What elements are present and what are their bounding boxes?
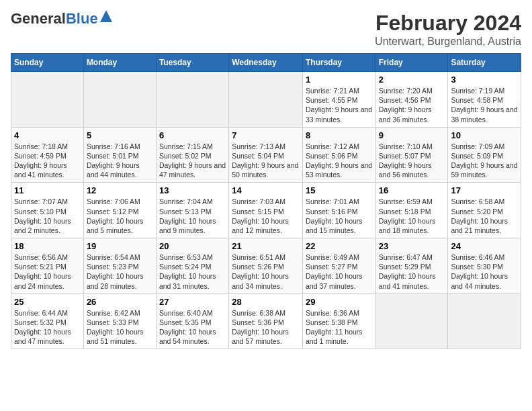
calendar-cell (11, 72, 84, 128)
day-info: Sunrise: 6:59 AM Sunset: 5:18 PM Dayligh… (379, 197, 445, 235)
day-number: 9 (379, 130, 445, 140)
day-number: 15 (306, 185, 373, 195)
day-info: Sunrise: 7:16 AM Sunset: 5:01 PM Dayligh… (87, 142, 153, 180)
day-number: 22 (306, 241, 373, 251)
day-info: Sunrise: 7:03 AM Sunset: 5:15 PM Dayligh… (232, 197, 300, 235)
header-monday: Monday (83, 54, 156, 72)
calendar-cell: 4Sunrise: 7:18 AM Sunset: 4:59 PM Daylig… (11, 127, 84, 183)
day-info: Sunrise: 6:51 AM Sunset: 5:26 PM Dayligh… (232, 253, 300, 291)
calendar-week-row: 4Sunrise: 7:18 AM Sunset: 4:59 PM Daylig… (11, 127, 521, 183)
day-number: 23 (379, 241, 445, 251)
header-saturday: Saturday (448, 54, 521, 72)
calendar-cell: 7Sunrise: 7:13 AM Sunset: 5:04 PM Daylig… (229, 127, 303, 183)
page-header: GeneralBlue February 2024 Unterwart, Bur… (11, 11, 521, 48)
day-info: Sunrise: 7:13 AM Sunset: 5:04 PM Dayligh… (232, 142, 300, 180)
day-info: Sunrise: 6:58 AM Sunset: 5:20 PM Dayligh… (451, 197, 518, 235)
calendar-cell: 8Sunrise: 7:12 AM Sunset: 5:06 PM Daylig… (302, 127, 375, 183)
day-number: 24 (451, 241, 518, 251)
calendar-cell: 19Sunrise: 6:54 AM Sunset: 5:23 PM Dayli… (83, 238, 156, 294)
calendar-cell: 15Sunrise: 7:01 AM Sunset: 5:16 PM Dayli… (302, 183, 375, 238)
day-number: 26 (87, 297, 153, 307)
calendar-cell: 3Sunrise: 7:19 AM Sunset: 4:58 PM Daylig… (448, 72, 521, 128)
header-wednesday: Wednesday (229, 54, 303, 72)
day-info: Sunrise: 6:40 AM Sunset: 5:35 PM Dayligh… (159, 308, 226, 347)
calendar-cell: 11Sunrise: 7:07 AM Sunset: 5:10 PM Dayli… (11, 183, 84, 238)
day-info: Sunrise: 7:10 AM Sunset: 5:07 PM Dayligh… (379, 142, 445, 180)
day-number: 4 (14, 130, 81, 140)
day-info: Sunrise: 6:54 AM Sunset: 5:23 PM Dayligh… (87, 253, 153, 291)
calendar-cell: 16Sunrise: 6:59 AM Sunset: 5:18 PM Dayli… (375, 183, 448, 238)
day-number: 25 (14, 297, 81, 307)
calendar-cell (448, 293, 521, 349)
calendar-cell: 25Sunrise: 6:44 AM Sunset: 5:32 PM Dayli… (11, 293, 84, 349)
calendar-table: SundayMondayTuesdayWednesdayThursdayFrid… (11, 53, 521, 349)
day-info: Sunrise: 7:15 AM Sunset: 5:02 PM Dayligh… (159, 142, 226, 180)
title-area: February 2024 Unterwart, Burgenland, Aus… (375, 11, 521, 48)
calendar-cell: 2Sunrise: 7:20 AM Sunset: 4:56 PM Daylig… (375, 72, 448, 128)
day-number: 19 (87, 241, 153, 251)
calendar-cell: 6Sunrise: 7:15 AM Sunset: 5:02 PM Daylig… (156, 127, 228, 183)
calendar-cell: 18Sunrise: 6:56 AM Sunset: 5:21 PM Dayli… (11, 238, 84, 294)
calendar-week-row: 11Sunrise: 7:07 AM Sunset: 5:10 PM Dayli… (11, 183, 521, 238)
day-info: Sunrise: 7:04 AM Sunset: 5:13 PM Dayligh… (159, 197, 226, 235)
header-thursday: Thursday (302, 54, 375, 72)
header-friday: Friday (375, 54, 448, 72)
day-number: 27 (159, 297, 226, 307)
header-tuesday: Tuesday (156, 54, 228, 72)
day-number: 20 (159, 241, 226, 251)
day-number: 16 (379, 185, 445, 195)
calendar-cell: 23Sunrise: 6:47 AM Sunset: 5:29 PM Dayli… (375, 238, 448, 294)
day-info: Sunrise: 6:53 AM Sunset: 5:24 PM Dayligh… (159, 253, 226, 291)
logo-arrow-icon (100, 10, 112, 22)
day-info: Sunrise: 6:38 AM Sunset: 5:36 PM Dayligh… (232, 308, 300, 347)
day-number: 17 (451, 185, 518, 195)
svg-marker-0 (100, 10, 112, 22)
day-info: Sunrise: 7:21 AM Sunset: 4:55 PM Dayligh… (306, 86, 373, 124)
logo-general-text: General (11, 10, 66, 27)
calendar-cell: 22Sunrise: 6:49 AM Sunset: 5:27 PM Dayli… (302, 238, 375, 294)
day-info: Sunrise: 6:47 AM Sunset: 5:29 PM Dayligh… (379, 253, 445, 291)
calendar-cell: 27Sunrise: 6:40 AM Sunset: 5:35 PM Dayli… (156, 293, 228, 349)
page-title: February 2024 (375, 11, 521, 36)
logo: GeneralBlue (11, 11, 112, 27)
day-number: 7 (232, 130, 300, 140)
day-info: Sunrise: 7:18 AM Sunset: 4:59 PM Dayligh… (14, 142, 81, 180)
day-number: 8 (306, 130, 373, 140)
day-info: Sunrise: 7:12 AM Sunset: 5:06 PM Dayligh… (306, 142, 373, 180)
calendar-cell (229, 72, 303, 128)
day-number: 3 (451, 75, 518, 85)
day-info: Sunrise: 6:44 AM Sunset: 5:32 PM Dayligh… (14, 308, 81, 347)
day-number: 18 (14, 241, 81, 251)
page-subtitle: Unterwart, Burgenland, Austria (375, 36, 521, 48)
day-info: Sunrise: 7:01 AM Sunset: 5:16 PM Dayligh… (306, 197, 373, 235)
day-info: Sunrise: 7:19 AM Sunset: 4:58 PM Dayligh… (451, 86, 518, 124)
calendar-cell: 24Sunrise: 6:46 AM Sunset: 5:30 PM Dayli… (448, 238, 521, 294)
day-number: 13 (159, 185, 226, 195)
day-info: Sunrise: 7:09 AM Sunset: 5:09 PM Dayligh… (451, 142, 518, 180)
day-number: 1 (306, 75, 373, 85)
calendar-cell (83, 72, 156, 128)
day-number: 2 (379, 75, 445, 85)
calendar-cell: 29Sunrise: 6:36 AM Sunset: 5:38 PM Dayli… (302, 293, 375, 349)
calendar-cell: 21Sunrise: 6:51 AM Sunset: 5:26 PM Dayli… (229, 238, 303, 294)
calendar-cell: 5Sunrise: 7:16 AM Sunset: 5:01 PM Daylig… (83, 127, 156, 183)
calendar-cell: 17Sunrise: 6:58 AM Sunset: 5:20 PM Dayli… (448, 183, 521, 238)
calendar-cell: 9Sunrise: 7:10 AM Sunset: 5:07 PM Daylig… (375, 127, 448, 183)
calendar-cell: 10Sunrise: 7:09 AM Sunset: 5:09 PM Dayli… (448, 127, 521, 183)
day-info: Sunrise: 7:06 AM Sunset: 5:12 PM Dayligh… (87, 197, 153, 235)
calendar-week-row: 18Sunrise: 6:56 AM Sunset: 5:21 PM Dayli… (11, 238, 521, 294)
day-info: Sunrise: 6:49 AM Sunset: 5:27 PM Dayligh… (306, 253, 373, 291)
day-number: 14 (232, 185, 300, 195)
calendar-cell: 1Sunrise: 7:21 AM Sunset: 4:55 PM Daylig… (302, 72, 375, 128)
calendar-cell: 14Sunrise: 7:03 AM Sunset: 5:15 PM Dayli… (229, 183, 303, 238)
day-number: 29 (306, 297, 373, 307)
header-sunday: Sunday (11, 54, 84, 72)
day-info: Sunrise: 6:56 AM Sunset: 5:21 PM Dayligh… (14, 253, 81, 291)
calendar-cell: 12Sunrise: 7:06 AM Sunset: 5:12 PM Dayli… (83, 183, 156, 238)
day-number: 5 (87, 130, 153, 140)
day-number: 10 (451, 130, 518, 140)
calendar-cell (375, 293, 448, 349)
calendar-cell: 28Sunrise: 6:38 AM Sunset: 5:36 PM Dayli… (229, 293, 303, 349)
calendar-cell (156, 72, 228, 128)
day-number: 6 (159, 130, 226, 140)
